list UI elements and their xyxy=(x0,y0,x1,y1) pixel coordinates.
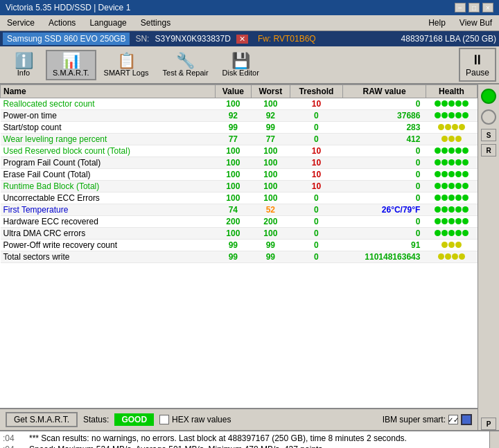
cell-treshold: 0 xyxy=(290,251,343,263)
health-dot xyxy=(441,206,448,213)
health-dot xyxy=(462,206,469,213)
health-dot xyxy=(438,253,444,260)
hex-checkbox-group: HEX raw values xyxy=(159,415,231,424)
health-dot xyxy=(435,183,441,189)
sidebar-s-button[interactable]: S xyxy=(481,129,496,141)
health-dot xyxy=(455,183,462,189)
log-scrollbar[interactable] xyxy=(489,431,499,448)
cell-treshold: 10 xyxy=(290,145,343,157)
device-close-button[interactable]: ✕ xyxy=(236,35,248,44)
cell-raw: 0 xyxy=(343,98,426,110)
health-dot xyxy=(448,136,455,142)
ibm-checkbox[interactable]: ✓ xyxy=(448,415,458,424)
health-dot xyxy=(448,183,455,189)
cell-name: Ultra DMA CRC errors xyxy=(1,228,216,240)
cell-health xyxy=(426,216,477,228)
pause-button[interactable]: ⏸ Pause xyxy=(459,48,496,82)
health-dot xyxy=(455,147,462,154)
smart-table[interactable]: Name Value Worst Treshold RAW value Heal… xyxy=(0,84,478,408)
menu-language[interactable]: Language xyxy=(82,17,133,29)
table-row: Erase Fail Count (Total)100100100 xyxy=(1,169,478,181)
minimize-button[interactable]: − xyxy=(455,3,466,12)
ibm-color-selector[interactable] xyxy=(461,414,472,425)
health-dot xyxy=(445,253,451,260)
toolbar-smart[interactable]: 📊 S.M.A.R.T. xyxy=(46,50,96,80)
toolbar-testrepair[interactable]: 🔧 Test & Repair xyxy=(157,51,215,80)
table-row: Hardware ECC recovered20020000 xyxy=(1,216,478,228)
fw-value: Fw: RVT01B6Q xyxy=(254,33,320,45)
cell-value: 100 xyxy=(215,192,251,204)
hex-label: HEX raw values xyxy=(172,415,231,424)
menu-viewbuf[interactable]: View Buf xyxy=(453,17,499,29)
cell-worst: 52 xyxy=(252,204,290,216)
device-name[interactable]: Samsung SSD 860 EVO 250GB xyxy=(3,33,130,45)
maximize-button[interactable]: □ xyxy=(469,3,480,12)
cell-health xyxy=(426,192,477,204)
health-dot xyxy=(455,112,462,118)
cell-value: 100 xyxy=(215,181,251,192)
toolbar-info[interactable]: ℹ️ Info xyxy=(3,51,44,80)
sidebar-p-button[interactable]: P xyxy=(481,418,496,430)
toolbar-diskeditor[interactable]: 💾 Disk Editor xyxy=(216,51,265,80)
cell-value: 100 xyxy=(215,157,251,169)
log-text: *** Scan results: no warnings, no errors… xyxy=(29,433,407,443)
log-time: :04 xyxy=(3,433,24,443)
get-smart-button[interactable]: Get S.M.A.R.T. xyxy=(6,412,78,427)
health-dot xyxy=(448,112,455,118)
menu-service[interactable]: Service xyxy=(0,17,42,29)
health-dot xyxy=(448,230,455,236)
col-worst: Worst xyxy=(252,85,290,98)
cell-name: Start/stop count xyxy=(1,122,216,134)
cell-value: 99 xyxy=(215,122,251,134)
sidebar-r-button[interactable]: R xyxy=(481,144,496,156)
health-dot xyxy=(452,124,458,130)
sidebar-indicator-1 xyxy=(481,89,496,104)
ibm-label: IBM super smart: xyxy=(383,415,446,424)
health-dot xyxy=(462,230,469,236)
menu-settings[interactable]: Settings xyxy=(134,17,177,29)
cell-value: 92 xyxy=(215,110,251,122)
toolbar-testrepair-label: Test & Repair xyxy=(163,69,209,77)
health-dot xyxy=(448,147,455,154)
health-dot xyxy=(441,112,448,118)
table-row: Uncorrectable ECC Errors10010000 xyxy=(1,192,478,204)
cell-name: Runtime Bad Block (Total) xyxy=(1,181,216,192)
menu-help[interactable]: Help xyxy=(421,17,453,29)
health-dot xyxy=(435,230,441,236)
menu-actions[interactable]: Actions xyxy=(42,17,82,29)
close-button[interactable]: × xyxy=(482,3,493,12)
health-dot xyxy=(441,136,448,142)
cell-raw: 0 xyxy=(343,169,426,181)
col-raw: RAW value xyxy=(343,85,426,98)
toolbar-smart-label: S.M.A.R.T. xyxy=(53,69,89,77)
cell-raw: 0 xyxy=(343,228,426,240)
main-container: Name Value Worst Treshold RAW value Heal… xyxy=(0,84,499,430)
cell-worst: 100 xyxy=(252,192,290,204)
hex-checkbox[interactable] xyxy=(159,415,169,424)
cell-value: 77 xyxy=(215,134,251,145)
cell-treshold: 0 xyxy=(290,240,343,251)
health-dot xyxy=(452,253,458,260)
smart-icon: 📊 xyxy=(62,53,80,69)
health-dot xyxy=(462,195,469,201)
cell-worst: 100 xyxy=(252,169,290,181)
health-dot xyxy=(435,112,441,118)
cell-treshold: 10 xyxy=(290,169,343,181)
toolbar-info-label: Info xyxy=(17,69,30,77)
cell-treshold: 0 xyxy=(290,204,343,216)
health-dot xyxy=(441,147,448,154)
log-panel[interactable]: :04*** Scan results: no warnings, no err… xyxy=(0,430,499,448)
health-dot xyxy=(462,159,469,165)
health-dot xyxy=(455,195,462,201)
toolbar-diskeditor-label: Disk Editor xyxy=(222,69,259,77)
left-panel: Name Value Worst Treshold RAW value Heal… xyxy=(0,84,478,430)
ibm-super-smart-group: IBM super smart: ✓ xyxy=(383,414,472,425)
cell-name: Hardware ECC recovered xyxy=(1,216,216,228)
health-dot xyxy=(435,147,441,154)
toolbar-smartlogs[interactable]: 📋 SMART Logs xyxy=(98,51,155,80)
cell-treshold: 10 xyxy=(290,181,343,192)
health-dot xyxy=(462,100,469,107)
title-bar-buttons: − □ × xyxy=(455,3,493,12)
log-entry: :04Speed: Maximum 524 MB/s. Average 501 … xyxy=(3,444,496,448)
health-dot xyxy=(448,218,455,224)
